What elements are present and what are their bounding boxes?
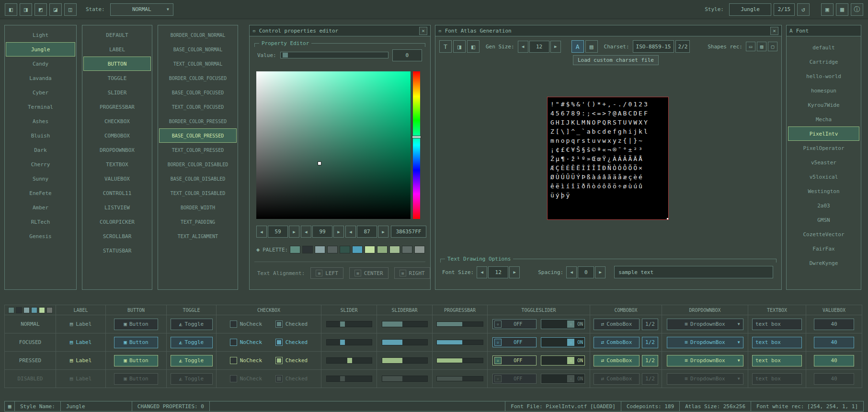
align-right-button[interactable]: ≡ RIGHT [394,267,430,279]
button-preview[interactable]: ▣Button [114,319,158,330]
spinner-right-button[interactable]: ▶ [289,226,299,238]
font-item[interactable]: FairFax [788,241,859,256]
load-style-button[interactable]: ◨ [20,3,32,16]
palette-swatch[interactable] [414,246,425,253]
reload-style-button[interactable]: ↺ [797,3,810,16]
close-button[interactable]: × [419,27,427,35]
control-item[interactable]: CONTROL11 [83,186,151,200]
spacing-value[interactable]: 0 [578,266,594,278]
toggle-preview[interactable]: ◭Toggle [171,337,213,348]
font-item[interactable]: homespun [788,83,859,98]
palette-swatch[interactable] [377,246,388,253]
table-toggle-button[interactable]: ▦ [4,401,15,412]
text-tool-button[interactable]: T [439,40,452,53]
checkbox-unchecked[interactable]: NoCheck [230,320,262,328]
slider-handle[interactable] [340,321,345,327]
combobox-preview[interactable]: ⇄ComboBox [594,337,640,348]
property-item[interactable]: BORDER_COLOR_NORMAL [159,28,237,42]
font-item[interactable]: Mecha [788,112,859,126]
font-item[interactable]: default [788,40,859,55]
textbox-preview[interactable]: text box [752,319,802,330]
slider-handle[interactable] [347,358,352,363]
font-item[interactable]: DwreKynge [788,256,859,270]
slider-preview[interactable] [326,321,372,327]
control-item[interactable]: VALUEBOX [83,172,151,186]
palette-swatch[interactable] [365,246,375,253]
control-item[interactable]: STATUSBAR [83,243,151,258]
property-item[interactable]: TEXT_ALIGNMENT [159,229,237,243]
style-item[interactable]: Sunny [6,172,75,186]
new-style-button[interactable]: ◧ [5,3,17,16]
font-item[interactable]: CozetteVector [788,227,859,241]
shapes-rec-checkbox[interactable]: ▢ [768,42,777,51]
property-item-selected[interactable]: BASE_COLOR_PRESSED [159,128,237,143]
toggleslider-off[interactable]: ▫OFF [492,319,537,329]
shapes-rec-button-1[interactable]: ▭ [746,42,755,51]
font-item[interactable]: v5easter [788,155,859,170]
control-item[interactable]: DEFAULT [83,28,151,42]
gen-size-value[interactable]: 12 [529,41,549,53]
color-picker-panel[interactable] [256,71,411,219]
control-item[interactable]: SCROLLBAR [83,229,151,243]
sample-text-input[interactable]: sample text [614,266,773,278]
textbox-preview[interactable]: text box [752,355,802,366]
charset-file-button[interactable]: ▤ [585,40,598,53]
font-size-value[interactable]: 12 [488,266,508,278]
checkbox-checked[interactable]: Checked [275,357,308,364]
control-item[interactable]: LISTVIEW [83,200,151,215]
font-item[interactable]: hello-world [788,69,859,83]
property-item[interactable]: BASE_COLOR_FOCUSED [159,85,237,100]
control-item[interactable]: TOGGLE [83,71,151,85]
textbox-preview[interactable]: text box [752,337,802,348]
toggle-preview[interactable]: ◭Toggle [171,319,213,330]
hex-value-box[interactable]: 386357FF [391,226,426,238]
close-button[interactable]: × [770,27,778,35]
palette-swatch[interactable] [389,246,400,253]
slider-preview[interactable] [326,339,372,345]
palette-swatch[interactable] [352,246,363,253]
properties-editor-titlebar[interactable]: ▫ Control properties editor × [250,25,430,36]
button-preview[interactable]: ▣Button [114,337,158,348]
sliderbar-preview[interactable] [382,321,428,327]
font-item-selected[interactable]: PixelIntv [788,126,859,141]
align-left-button[interactable]: ≡ LEFT [310,267,343,279]
spinner-value[interactable]: 59 [268,226,288,238]
checkbox-unchecked[interactable]: NoCheck [230,339,262,346]
control-item[interactable]: COLORPICKER [83,215,151,229]
about-button[interactable]: ⓘ [851,3,863,16]
button-preview[interactable]: ▣Button [114,355,158,366]
font-item[interactable]: 2a03 [788,198,859,213]
hue-bar[interactable] [413,71,420,219]
control-item[interactable]: COMBOBOX [83,128,151,143]
view-table-image-button[interactable]: ▦ [836,3,848,16]
property-item[interactable]: BASE_COLOR_DISABLED [159,172,237,186]
style-item[interactable]: Terminal [6,100,75,114]
toggleslider-on[interactable]: ▫ON [541,319,585,329]
valuebox-preview[interactable]: 40 [814,355,854,366]
palette-swatch[interactable] [290,246,300,253]
spinner-left-button[interactable]: ◀ [518,41,528,53]
load-font-button[interactable]: ◨ [453,40,466,53]
export-style-button[interactable]: ◪ [49,3,62,16]
palette-swatch[interactable] [302,246,313,253]
style-pack-button[interactable]: ◫ [64,3,77,16]
style-name-dropdown[interactable]: Jungle [729,3,771,16]
control-item-selected[interactable]: BUTTON [83,57,151,71]
style-item[interactable]: Cyber [6,85,75,100]
style-item[interactable]: Amber [6,200,75,215]
spinner-left-button[interactable]: ◀ [566,266,577,278]
checkbox-unchecked[interactable]: NoCheck [230,357,262,364]
style-item[interactable]: Genesis [6,229,75,243]
style-item[interactable]: RLTech [6,215,75,229]
property-item[interactable]: BORDER_COLOR_PRESSED [159,114,237,128]
spinner-value[interactable]: 99 [312,226,332,238]
font-item[interactable]: Kyrou7Wide [788,98,859,112]
palette-swatch[interactable] [315,246,325,253]
spinner-value[interactable]: 87 [357,226,377,238]
style-item[interactable]: Light [6,28,75,42]
font-item[interactable]: Westington [788,184,859,198]
load-charset-button[interactable]: A [571,40,584,53]
font-item[interactable]: v5loxical [788,170,859,184]
style-item[interactable]: Dark [6,143,75,157]
control-item[interactable]: TEXTBOX [83,157,151,172]
